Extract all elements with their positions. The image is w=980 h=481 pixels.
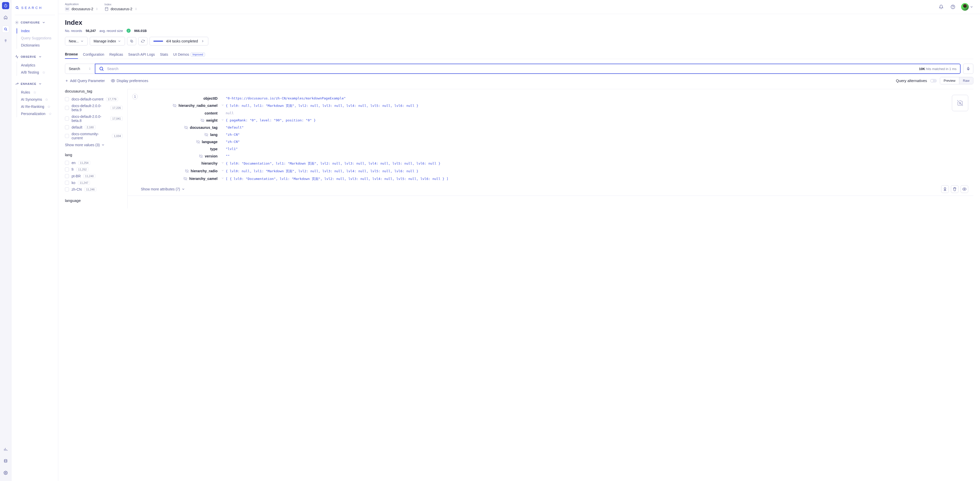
- raw-button[interactable]: Raw: [959, 77, 973, 84]
- tab-ui-demos[interactable]: UI Demos Improved: [173, 50, 205, 59]
- nav-ai-synonyms[interactable]: AI Synonyms☆: [20, 96, 55, 103]
- nav-ab-testing[interactable]: A/B Testing☆: [20, 69, 55, 76]
- chevron-down-icon[interactable]: [221, 169, 224, 172]
- search-hits: 10K hits matched in 1 ms: [919, 67, 956, 71]
- eye-off-icon[interactable]: [183, 177, 187, 180]
- checkbox[interactable]: [65, 174, 69, 178]
- nav-ai-re-ranking[interactable]: AI Re-Ranking☆: [20, 103, 55, 110]
- chevron-down-icon[interactable]: [221, 118, 224, 121]
- index-label: Index: [105, 3, 137, 6]
- rail-database-icon[interactable]: [2, 457, 9, 465]
- attr-value: "zh-CN": [226, 133, 947, 137]
- show-more-attributes[interactable]: Show more attributes (7): [141, 187, 185, 191]
- facet-item[interactable]: en11,254: [65, 159, 123, 166]
- help-icon[interactable]: [949, 3, 956, 11]
- rail-settings-icon[interactable]: [2, 469, 9, 476]
- eye-off-icon[interactable]: [199, 154, 203, 158]
- search-input[interactable]: [107, 64, 916, 73]
- index-selector[interactable]: docusaurus-2: [105, 7, 137, 11]
- chevron-down-icon: [101, 143, 105, 147]
- show-more-docusaurus-tag[interactable]: Show more values (3): [65, 143, 123, 147]
- preview-button[interactable]: Preview: [940, 77, 959, 84]
- query-alternatives-toggle[interactable]: [930, 79, 937, 83]
- section-observe-label: OBSERVE: [21, 55, 36, 58]
- chevron-down-icon[interactable]: [221, 104, 224, 107]
- facet-item[interactable]: docs-default-current17,779: [65, 96, 123, 102]
- section-enhance[interactable]: ENHANCE: [14, 81, 55, 87]
- nav-query-suggestions[interactable]: Query Suggestions: [20, 35, 55, 41]
- manage-index-button[interactable]: Manage index: [90, 37, 125, 46]
- avatar: [961, 3, 969, 11]
- tab-search-api-logs[interactable]: Search API Logs: [128, 50, 155, 59]
- checkbox[interactable]: [65, 125, 69, 129]
- checkbox[interactable]: [65, 161, 69, 165]
- checkbox[interactable]: [65, 97, 69, 101]
- rail-analytics-icon[interactable]: [2, 446, 9, 453]
- add-query-parameter[interactable]: Add Query Parameter: [65, 79, 105, 83]
- record-view-button[interactable]: [961, 185, 968, 193]
- record-rank-button[interactable]: [941, 185, 949, 193]
- rail-search-icon[interactable]: [2, 25, 9, 33]
- nav-index[interactable]: Index: [20, 27, 55, 35]
- attr-value: "default": [226, 126, 947, 129]
- facet-item[interactable]: zh-CN11,246: [65, 186, 123, 193]
- checkbox[interactable]: [65, 106, 69, 110]
- eye-off-icon[interactable]: [205, 133, 208, 137]
- eye-off-icon[interactable]: [173, 104, 177, 107]
- voice-search-button[interactable]: [963, 64, 974, 74]
- nav-analytics[interactable]: Analytics: [20, 62, 55, 69]
- tab-replicas[interactable]: Replicas: [110, 50, 123, 59]
- eye-off-icon[interactable]: [185, 169, 189, 173]
- chevron-down-icon[interactable]: [221, 161, 224, 164]
- facet-item[interactable]: fr11,252: [65, 166, 123, 173]
- facet-item[interactable]: docs-default-2.0.0-beta.917,226: [65, 102, 123, 113]
- section-configure[interactable]: CONFIGURE: [14, 19, 55, 26]
- checkbox[interactable]: [65, 187, 69, 191]
- new-button[interactable]: New...: [65, 37, 88, 46]
- checkbox[interactable]: [65, 167, 69, 172]
- facet-item[interactable]: docs-community-current1,034: [65, 131, 123, 141]
- user-menu[interactable]: [961, 3, 974, 11]
- search-mode-selector[interactable]: Search: [65, 64, 95, 74]
- updown-icon: [134, 7, 137, 11]
- record-delete-button[interactable]: [951, 185, 959, 193]
- rail-timer-icon[interactable]: [2, 2, 9, 9]
- section-observe[interactable]: OBSERVE: [14, 53, 55, 60]
- facet-count: 17,226: [110, 106, 123, 110]
- notifications-icon[interactable]: [937, 3, 945, 11]
- facet-item[interactable]: default2,180: [65, 124, 123, 131]
- refresh-button[interactable]: [138, 37, 148, 45]
- nav-personalization[interactable]: Personalization☆: [20, 110, 55, 117]
- copy-button[interactable]: [127, 37, 136, 45]
- nav-rules[interactable]: Rules☆: [20, 89, 55, 96]
- application-selector[interactable]: D2 docusaurus-2: [65, 6, 99, 11]
- checkbox[interactable]: [65, 134, 69, 138]
- checkbox[interactable]: [65, 116, 69, 121]
- eye-off-icon[interactable]: [200, 119, 204, 122]
- rail-home-icon[interactable]: [2, 14, 9, 21]
- facet-count: 11,246: [84, 187, 97, 191]
- activity-icon: [15, 55, 19, 59]
- tasks-progress[interactable]: 4/4 tasks completed: [150, 37, 208, 46]
- image-placeholder[interactable]: [952, 95, 968, 111]
- section-enhance-label: ENHANCE: [21, 82, 36, 85]
- eye-off-icon[interactable]: [196, 140, 200, 143]
- nav-dictionaries[interactable]: Dictionaries: [20, 41, 55, 49]
- chevron-down-icon[interactable]: [221, 177, 224, 180]
- display-preferences[interactable]: Display preferences: [111, 79, 148, 83]
- facet-count: 17,041: [110, 116, 123, 121]
- facet-docusaurus-tag: docusaurus_tag docs-default-current17,77…: [65, 89, 123, 147]
- improved-badge: Improved: [191, 53, 205, 56]
- attr-key: hierarchy: [201, 161, 218, 166]
- tab-configuration[interactable]: Configuration: [83, 50, 104, 59]
- eye-off-icon[interactable]: [184, 126, 188, 129]
- chevron-down-icon: [42, 21, 46, 24]
- rail-bulb-icon[interactable]: [2, 37, 9, 45]
- facet-item[interactable]: pt-BR11,248: [65, 173, 123, 179]
- chevron-down-icon: [181, 187, 185, 191]
- checkbox[interactable]: [65, 181, 69, 185]
- tab-browse[interactable]: Browse: [65, 50, 78, 59]
- facet-item[interactable]: ko11,247: [65, 179, 123, 186]
- facet-item[interactable]: docs-default-2.0.0-beta.817,041: [65, 113, 123, 124]
- tab-stats[interactable]: Stats: [160, 50, 168, 59]
